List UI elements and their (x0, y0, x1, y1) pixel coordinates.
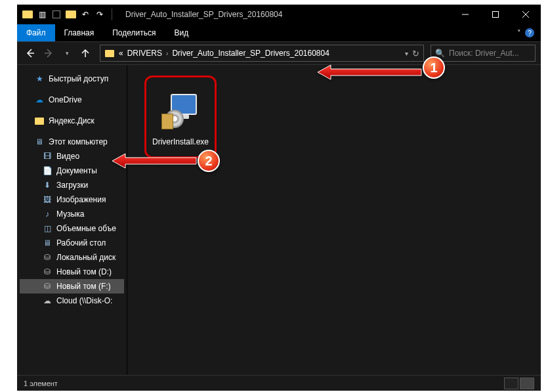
sidebar-item-newvol-d[interactable]: ⛁Новый том (D:) (20, 265, 124, 279)
file-view[interactable]: DriverInstall.exe (127, 65, 541, 375)
images-icon: 🖼 (42, 194, 53, 205)
svg-rect-1 (493, 12, 499, 18)
cloud-icon: ☁ (34, 95, 45, 105)
sidebar-item-video[interactable]: 🎞Видео (20, 149, 124, 163)
details-view-button[interactable] (504, 378, 518, 389)
sidebar-item-cloud[interactable]: ☁Cloud (\\Disk-O: (20, 294, 124, 308)
sidebar-item-yandexdisk[interactable]: Яндекс.Диск (20, 114, 124, 128)
minimize-button[interactable] (450, 5, 480, 24)
explorer-window: ▥ ↶ ↷ Driver_Auto_Installer_SP_Drivers_2… (17, 5, 541, 377)
window-title: Driver_Auto_Installer_SP_Drivers_2016080… (125, 10, 282, 19)
sidebar-item-thispc[interactable]: 🖥Этот компьютер (20, 135, 124, 149)
address-bar[interactable]: « DRIVERS › Driver_Auto_Installer_SP_Dri… (100, 45, 424, 62)
breadcrumb-item[interactable]: Driver_Auto_Installer_SP_Drivers_2016080… (172, 49, 329, 58)
help-icon[interactable]: ? (525, 28, 534, 37)
titlebar: ▥ ↶ ↷ Driver_Auto_Installer_SP_Drivers_2… (17, 5, 541, 24)
navigation-pane: ★Быстрый доступ ☁OneDrive Яндекс.Диск 🖥Э… (17, 65, 127, 375)
icons-view-button[interactable] (520, 378, 534, 389)
cube-icon: ◫ (42, 223, 53, 234)
folder-icon (34, 116, 45, 126)
sidebar-item-documents[interactable]: 📄Документы (20, 163, 124, 178)
ribbon-collapse-icon[interactable]: ˅ (517, 29, 521, 37)
file-tab[interactable]: Файл (17, 24, 55, 41)
file-label: DriverInstall.exe (152, 137, 209, 146)
checkbox-icon[interactable] (51, 9, 62, 20)
up-button[interactable] (77, 45, 93, 61)
status-bar: 1 элемент (17, 375, 541, 391)
recent-dropdown[interactable]: ▾ (59, 45, 75, 61)
folder-icon (104, 48, 115, 58)
redo-icon[interactable]: ↷ (95, 9, 105, 20)
nav-bar: ▾ « DRIVERS › Driver_Auto_Installer_SP_D… (17, 41, 541, 65)
drive-icon: ⛁ (42, 281, 53, 292)
properties-icon[interactable]: ▥ (37, 9, 47, 20)
music-icon: ♪ (42, 209, 53, 219)
item-count: 1 элемент (24, 380, 58, 387)
pc-icon: 🖥 (34, 137, 45, 147)
desktop-icon: 🖥 (42, 238, 53, 248)
new-folder-icon[interactable] (66, 9, 76, 20)
sidebar-item-localdisk[interactable]: ⛁Локальный диск (20, 250, 124, 265)
documents-icon: 📄 (42, 165, 53, 176)
search-input[interactable]: 🔍 Поиск: Driver_Aut... (431, 45, 536, 62)
sidebar-item-onedrive[interactable]: ☁OneDrive (20, 93, 124, 107)
drive-icon: ⛁ (42, 267, 53, 277)
forward-button[interactable] (41, 45, 56, 61)
back-button[interactable] (22, 45, 38, 61)
sidebar-item-newvol-f[interactable]: ⛁Новый том (F:) (20, 279, 124, 294)
sidebar-item-quickaccess[interactable]: ★Быстрый доступ (20, 72, 124, 86)
view-tab[interactable]: Вид (165, 26, 198, 40)
search-placeholder: Поиск: Driver_Aut... (449, 49, 519, 58)
undo-icon[interactable]: ↶ (80, 9, 91, 20)
sidebar-item-downloads[interactable]: ⬇Загрузки (20, 178, 124, 192)
sidebar-item-music[interactable]: ♪Музыка (20, 207, 124, 221)
share-tab[interactable]: Поделиться (103, 26, 165, 40)
chevron-right-icon[interactable]: › (166, 50, 168, 57)
exe-installer-icon (161, 91, 200, 129)
sidebar-item-3dobjects[interactable]: ◫Объемные объе (20, 221, 124, 236)
star-icon: ★ (34, 74, 45, 84)
video-icon: 🎞 (42, 151, 53, 162)
breadcrumb-item[interactable]: DRIVERS (127, 49, 162, 58)
refresh-icon[interactable]: ↻ (412, 49, 419, 58)
home-tab[interactable]: Главная (55, 26, 104, 40)
search-icon: 🔍 (435, 49, 445, 58)
address-dropdown[interactable]: ▾ (405, 50, 408, 57)
folder-app-icon (22, 9, 33, 20)
ribbon-tabs: Файл Главная Поделиться Вид ˅ ? (17, 24, 541, 41)
breadcrumb-prefix: « (119, 49, 123, 58)
close-button[interactable] (511, 5, 541, 24)
netdrive-icon: ☁ (42, 295, 53, 306)
sidebar-item-desktop[interactable]: 🖥Рабочий стол (20, 236, 124, 250)
downloads-icon: ⬇ (42, 180, 53, 190)
sidebar-item-images[interactable]: 🖼Изображения (20, 192, 124, 207)
maximize-button[interactable] (480, 5, 511, 24)
file-item-driverinstall[interactable]: DriverInstall.exe (144, 76, 217, 158)
drive-icon: ⛁ (42, 252, 53, 263)
